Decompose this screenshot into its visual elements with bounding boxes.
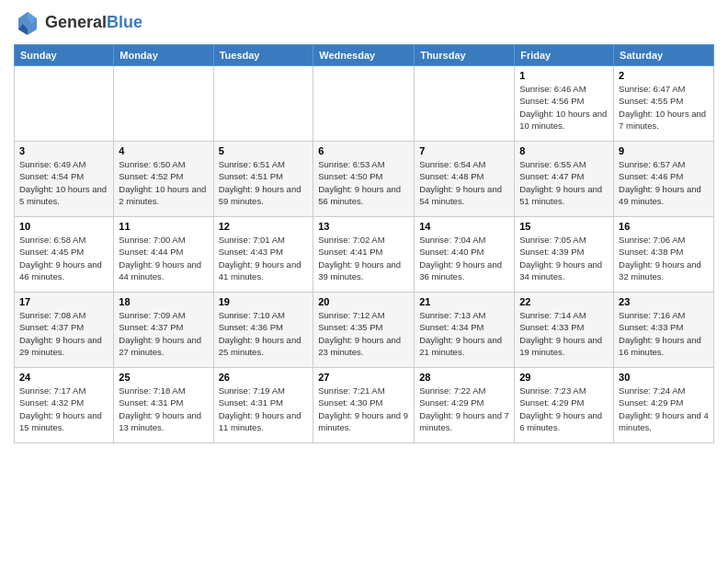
- week-row-3: 17Sunrise: 7:08 AM Sunset: 4:37 PM Dayli…: [15, 293, 714, 368]
- day-number: 27: [318, 372, 409, 383]
- day-info: Sunrise: 7:19 AM Sunset: 4:31 PM Dayligh…: [219, 385, 309, 433]
- day-number: 28: [419, 372, 509, 383]
- day-number: 8: [519, 145, 609, 156]
- calendar-cell: 27Sunrise: 7:21 AM Sunset: 4:30 PM Dayli…: [313, 368, 415, 443]
- weekday-header-friday: Friday: [515, 45, 614, 66]
- calendar-cell: 2Sunrise: 6:47 AM Sunset: 4:55 PM Daylig…: [614, 66, 714, 142]
- day-info: Sunrise: 7:14 AM Sunset: 4:33 PM Dayligh…: [519, 309, 609, 358]
- day-info: Sunrise: 7:06 AM Sunset: 4:38 PM Dayligh…: [619, 234, 709, 282]
- calendar-cell: 5Sunrise: 6:51 AM Sunset: 4:51 PM Daylig…: [213, 142, 313, 217]
- weekday-header-row: SundayMondayTuesdayWednesdayThursdayFrid…: [15, 45, 714, 66]
- day-number: 9: [619, 145, 709, 156]
- day-number: 24: [19, 372, 108, 383]
- logo-text: GeneralBlue: [45, 14, 142, 32]
- calendar-cell: 26Sunrise: 7:19 AM Sunset: 4:31 PM Dayli…: [213, 368, 313, 443]
- day-info: Sunrise: 7:18 AM Sunset: 4:31 PM Dayligh…: [119, 385, 208, 433]
- calendar-cell: 3Sunrise: 6:49 AM Sunset: 4:54 PM Daylig…: [15, 142, 114, 217]
- calendar-cell: 15Sunrise: 7:05 AM Sunset: 4:39 PM Dayli…: [515, 217, 614, 293]
- calendar-cell: 16Sunrise: 7:06 AM Sunset: 4:38 PM Dayli…: [614, 217, 714, 293]
- week-row-0: 1Sunrise: 6:46 AM Sunset: 4:56 PM Daylig…: [15, 66, 714, 142]
- day-info: Sunrise: 6:50 AM Sunset: 4:52 PM Dayligh…: [119, 158, 208, 207]
- day-number: 13: [318, 221, 409, 232]
- calendar-cell: [415, 66, 515, 142]
- weekday-header-monday: Monday: [114, 45, 213, 66]
- day-number: 18: [119, 296, 208, 307]
- day-info: Sunrise: 7:04 AM Sunset: 4:40 PM Dayligh…: [419, 234, 509, 282]
- day-number: 4: [119, 145, 208, 156]
- day-number: 12: [219, 221, 309, 232]
- day-number: 20: [318, 296, 409, 307]
- day-number: 1: [519, 70, 609, 81]
- logo: GeneralBlue: [14, 9, 142, 37]
- day-info: Sunrise: 7:13 AM Sunset: 4:34 PM Dayligh…: [419, 309, 509, 358]
- calendar-cell: 14Sunrise: 7:04 AM Sunset: 4:40 PM Dayli…: [415, 217, 515, 293]
- day-info: Sunrise: 6:49 AM Sunset: 4:54 PM Dayligh…: [19, 158, 108, 207]
- day-info: Sunrise: 6:47 AM Sunset: 4:55 PM Dayligh…: [619, 83, 709, 132]
- day-number: 3: [19, 145, 108, 156]
- day-number: 6: [318, 145, 409, 156]
- day-number: 22: [519, 296, 609, 307]
- day-number: 16: [619, 221, 709, 232]
- weekday-header-saturday: Saturday: [614, 45, 714, 66]
- weekday-header-thursday: Thursday: [415, 45, 515, 66]
- header: GeneralBlue: [14, 9, 714, 37]
- day-number: 25: [119, 372, 208, 383]
- calendar-cell: 29Sunrise: 7:23 AM Sunset: 4:29 PM Dayli…: [515, 368, 614, 443]
- day-info: Sunrise: 6:55 AM Sunset: 4:47 PM Dayligh…: [519, 158, 609, 207]
- day-info: Sunrise: 6:46 AM Sunset: 4:56 PM Dayligh…: [519, 83, 609, 132]
- calendar-cell: 21Sunrise: 7:13 AM Sunset: 4:34 PM Dayli…: [415, 293, 515, 368]
- calendar-cell: 20Sunrise: 7:12 AM Sunset: 4:35 PM Dayli…: [313, 293, 415, 368]
- calendar-cell: [313, 66, 415, 142]
- day-number: 2: [619, 70, 709, 81]
- day-info: Sunrise: 6:54 AM Sunset: 4:48 PM Dayligh…: [419, 158, 509, 207]
- day-info: Sunrise: 7:22 AM Sunset: 4:29 PM Dayligh…: [419, 385, 509, 433]
- day-number: 19: [219, 296, 309, 307]
- day-info: Sunrise: 7:01 AM Sunset: 4:43 PM Dayligh…: [219, 234, 309, 282]
- day-number: 7: [419, 145, 509, 156]
- day-number: 10: [19, 221, 108, 232]
- day-info: Sunrise: 7:24 AM Sunset: 4:29 PM Dayligh…: [619, 385, 709, 433]
- day-info: Sunrise: 7:02 AM Sunset: 4:41 PM Dayligh…: [318, 234, 409, 282]
- day-number: 15: [519, 221, 609, 232]
- logo-icon: [14, 9, 41, 37]
- calendar-cell: 30Sunrise: 7:24 AM Sunset: 4:29 PM Dayli…: [614, 368, 714, 443]
- weekday-header-tuesday: Tuesday: [213, 45, 313, 66]
- day-number: 30: [619, 372, 709, 383]
- day-info: Sunrise: 7:21 AM Sunset: 4:30 PM Dayligh…: [318, 385, 409, 433]
- week-row-4: 24Sunrise: 7:17 AM Sunset: 4:32 PM Dayli…: [15, 368, 714, 443]
- day-info: Sunrise: 6:51 AM Sunset: 4:51 PM Dayligh…: [219, 158, 309, 207]
- day-info: Sunrise: 7:10 AM Sunset: 4:36 PM Dayligh…: [219, 309, 309, 358]
- day-info: Sunrise: 7:17 AM Sunset: 4:32 PM Dayligh…: [19, 385, 108, 433]
- calendar-cell: 6Sunrise: 6:53 AM Sunset: 4:50 PM Daylig…: [313, 142, 415, 217]
- weekday-header-wednesday: Wednesday: [313, 45, 415, 66]
- calendar-cell: [114, 66, 213, 142]
- logo-line2: Blue: [107, 13, 142, 31]
- day-info: Sunrise: 7:00 AM Sunset: 4:44 PM Dayligh…: [119, 234, 208, 282]
- day-number: 14: [419, 221, 509, 232]
- page-container: GeneralBlue SundayMondayTuesdayWednesday…: [0, 0, 728, 563]
- calendar-cell: 8Sunrise: 6:55 AM Sunset: 4:47 PM Daylig…: [515, 142, 614, 217]
- calendar-cell: 22Sunrise: 7:14 AM Sunset: 4:33 PM Dayli…: [515, 293, 614, 368]
- calendar-cell: 23Sunrise: 7:16 AM Sunset: 4:33 PM Dayli…: [614, 293, 714, 368]
- calendar-cell: 25Sunrise: 7:18 AM Sunset: 4:31 PM Dayli…: [114, 368, 213, 443]
- calendar-cell: 10Sunrise: 6:58 AM Sunset: 4:45 PM Dayli…: [15, 217, 114, 293]
- day-number: 17: [19, 296, 108, 307]
- weekday-header-sunday: Sunday: [15, 45, 114, 66]
- calendar-cell: 12Sunrise: 7:01 AM Sunset: 4:43 PM Dayli…: [213, 217, 313, 293]
- day-number: 11: [119, 221, 208, 232]
- calendar-cell: 18Sunrise: 7:09 AM Sunset: 4:37 PM Dayli…: [114, 293, 213, 368]
- week-row-1: 3Sunrise: 6:49 AM Sunset: 4:54 PM Daylig…: [15, 142, 714, 217]
- day-info: Sunrise: 6:58 AM Sunset: 4:45 PM Dayligh…: [19, 234, 108, 282]
- calendar-cell: [15, 66, 114, 142]
- day-info: Sunrise: 6:57 AM Sunset: 4:46 PM Dayligh…: [619, 158, 709, 207]
- day-info: Sunrise: 7:16 AM Sunset: 4:33 PM Dayligh…: [619, 309, 709, 358]
- calendar-cell: 13Sunrise: 7:02 AM Sunset: 4:41 PM Dayli…: [313, 217, 415, 293]
- calendar-cell: 4Sunrise: 6:50 AM Sunset: 4:52 PM Daylig…: [114, 142, 213, 217]
- day-info: Sunrise: 7:23 AM Sunset: 4:29 PM Dayligh…: [519, 385, 609, 433]
- calendar-table: SundayMondayTuesdayWednesdayThursdayFrid…: [14, 44, 714, 443]
- day-number: 29: [519, 372, 609, 383]
- day-info: Sunrise: 6:53 AM Sunset: 4:50 PM Dayligh…: [318, 158, 409, 207]
- day-info: Sunrise: 7:12 AM Sunset: 4:35 PM Dayligh…: [318, 309, 409, 358]
- calendar-cell: 24Sunrise: 7:17 AM Sunset: 4:32 PM Dayli…: [15, 368, 114, 443]
- calendar-cell: 11Sunrise: 7:00 AM Sunset: 4:44 PM Dayli…: [114, 217, 213, 293]
